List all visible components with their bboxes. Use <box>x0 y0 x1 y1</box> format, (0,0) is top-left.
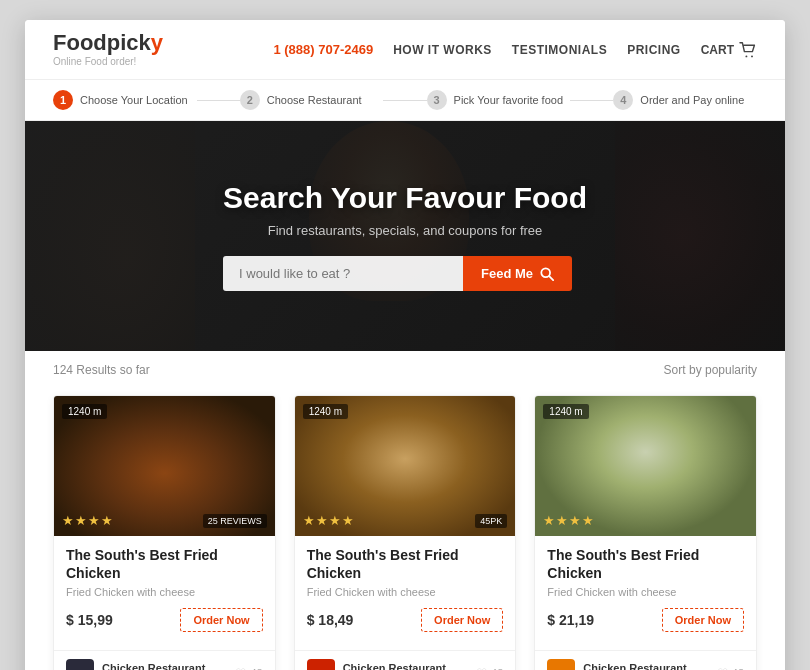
cart-label: CART <box>701 43 734 57</box>
steps-bar: 1 Choose Your Location 2 Choose Restaura… <box>25 80 785 121</box>
likes-wrap-2[interactable]: ♡ 48 <box>717 666 744 670</box>
heart-icon-2: ♡ <box>717 666 729 670</box>
likes-wrap-0[interactable]: ♡ 48 <box>235 666 262 670</box>
sort-label: Sort by popularity <box>664 363 757 377</box>
hero-subtitle: Find restaurants, specials, and coupons … <box>223 223 587 238</box>
card-price-1: $ 18,49 <box>307 612 354 628</box>
restaurant-name-2: Chicken Restaurant <box>583 662 708 670</box>
logo-text: Foodpicky <box>53 32 163 54</box>
results-bar: 124 Results so far Sort by popularity <box>25 351 785 385</box>
card-price-2: $ 21,19 <box>547 612 594 628</box>
card-reviews-0: 25 REVIEWS <box>203 514 267 528</box>
card-body-0: The South's Best Fried Chicken Fried Chi… <box>54 536 275 650</box>
step-divider-2 <box>383 100 426 101</box>
card-image-2: 1240 m ★★★★ <box>535 396 756 536</box>
card-title-2: The South's Best Fried Chicken <box>547 546 744 582</box>
results-count: 124 Results so far <box>53 363 150 377</box>
step-1-num: 1 <box>53 90 73 110</box>
card-title-0: The South's Best Fried Chicken <box>66 546 263 582</box>
step-divider-3 <box>570 100 613 101</box>
hero-title: Search Your Favour Food <box>223 181 587 215</box>
hero-search-bar: Feed Me <box>223 256 587 291</box>
card-1: 1240 m 45PK ★★★★ The South's Best Fried … <box>294 395 517 670</box>
restaurant-logo-2: K <box>547 659 575 670</box>
step-4-num: 4 <box>613 90 633 110</box>
feed-me-button[interactable]: Feed Me <box>463 256 572 291</box>
likes-wrap-1[interactable]: ♡ 48 <box>476 666 503 670</box>
order-button-0[interactable]: Order Now <box>180 608 262 632</box>
card-restaurant-2: K Chicken Restaurant 68 5th Avenue New Y… <box>535 650 756 670</box>
cart-button[interactable]: CART <box>701 42 757 58</box>
restaurant-logo-0: DC <box>66 659 94 670</box>
heart-icon-0: ♡ <box>235 666 247 670</box>
step-1: 1 Choose Your Location <box>53 90 197 110</box>
nav: 1 (888) 707-2469 HOW IT WORKS TESTIMONIA… <box>273 42 757 58</box>
card-badge-2: 1240 m <box>543 404 588 419</box>
step-4-label: Order and Pay online <box>640 94 744 106</box>
search-input[interactable] <box>223 256 463 291</box>
restaurant-info-0: Chicken Restaurant 68 5th Avenue New Yor… <box>102 662 227 670</box>
card-stars-0: ★★★★ <box>62 513 114 528</box>
step-1-label: Choose Your Location <box>80 94 188 106</box>
svg-point-1 <box>751 55 753 57</box>
card-badge-0: 1240 m <box>62 404 107 419</box>
card-body-2: The South's Best Fried Chicken Fried Chi… <box>535 536 756 650</box>
card-reviews-1: 45PK <box>475 514 507 528</box>
card-restaurant-1: CR Chicken Restaurant 68 5th Avenue New … <box>295 650 516 670</box>
nav-pricing[interactable]: PRICING <box>627 43 681 57</box>
order-button-2[interactable]: Order Now <box>662 608 744 632</box>
card-image-1: 1240 m 45PK ★★★★ <box>295 396 516 536</box>
restaurant-name-1: Chicken Restaurant <box>343 662 468 670</box>
restaurant-info-2: Chicken Restaurant 68 5th Avenue New Yor… <box>583 662 708 670</box>
card-title-1: The South's Best Fried Chicken <box>307 546 504 582</box>
main-container: Foodpicky Online Food order! 1 (888) 707… <box>25 20 785 670</box>
card-desc-0: Fried Chicken with cheese <box>66 586 263 598</box>
step-2: 2 Choose Restaurant <box>240 90 384 110</box>
card-2: 1240 m ★★★★ The South's Best Fried Chick… <box>534 395 757 670</box>
card-footer-2: $ 21,19 Order Now <box>547 608 744 632</box>
card-0: 1240 m 25 REVIEWS ★★★★ The South's Best … <box>53 395 276 670</box>
step-3: 3 Pick Your favorite food <box>427 90 571 110</box>
cards-row: 1240 m 25 REVIEWS ★★★★ The South's Best … <box>53 395 757 670</box>
nav-how-it-works[interactable]: HOW IT WORKS <box>393 43 492 57</box>
cart-icon <box>739 42 757 58</box>
card-restaurant-0: DC Chicken Restaurant 68 5th Avenue New … <box>54 650 275 670</box>
logo: Foodpicky Online Food order! <box>53 32 163 67</box>
step-2-num: 2 <box>240 90 260 110</box>
card-footer-1: $ 18,49 Order Now <box>307 608 504 632</box>
step-3-label: Pick Your favorite food <box>454 94 563 106</box>
order-button-1[interactable]: Order Now <box>421 608 503 632</box>
nav-testimonials[interactable]: TESTIMONIALS <box>512 43 607 57</box>
card-desc-2: Fried Chicken with cheese <box>547 586 744 598</box>
hero-section: Search Your Favour Food Find restaurants… <box>25 121 785 351</box>
restaurant-info-1: Chicken Restaurant 68 5th Avenue New Yor… <box>343 662 468 670</box>
logo-sub: Online Food order! <box>53 56 163 67</box>
card-image-0: 1240 m 25 REVIEWS ★★★★ <box>54 396 275 536</box>
cards-section: 1240 m 25 REVIEWS ★★★★ The South's Best … <box>25 385 785 670</box>
card-desc-1: Fried Chicken with cheese <box>307 586 504 598</box>
search-icon <box>540 267 554 281</box>
step-4: 4 Order and Pay online <box>613 90 757 110</box>
phone-number: 1 (888) 707-2469 <box>273 42 373 57</box>
svg-line-3 <box>549 276 553 280</box>
card-stars-1: ★★★★ <box>303 513 355 528</box>
card-price-0: $ 15,99 <box>66 612 113 628</box>
step-2-label: Choose Restaurant <box>267 94 362 106</box>
restaurant-logo-1: CR <box>307 659 335 670</box>
restaurant-name-0: Chicken Restaurant <box>102 662 227 670</box>
card-stars-2: ★★★★ <box>543 513 595 528</box>
svg-point-0 <box>745 55 747 57</box>
header: Foodpicky Online Food order! 1 (888) 707… <box>25 20 785 80</box>
step-divider-1 <box>197 100 240 101</box>
card-body-1: The South's Best Fried Chicken Fried Chi… <box>295 536 516 650</box>
card-footer-0: $ 15,99 Order Now <box>66 608 263 632</box>
hero-content: Search Your Favour Food Find restaurants… <box>203 181 607 291</box>
card-badge-1: 1240 m <box>303 404 348 419</box>
heart-icon-1: ♡ <box>476 666 488 670</box>
step-3-num: 3 <box>427 90 447 110</box>
